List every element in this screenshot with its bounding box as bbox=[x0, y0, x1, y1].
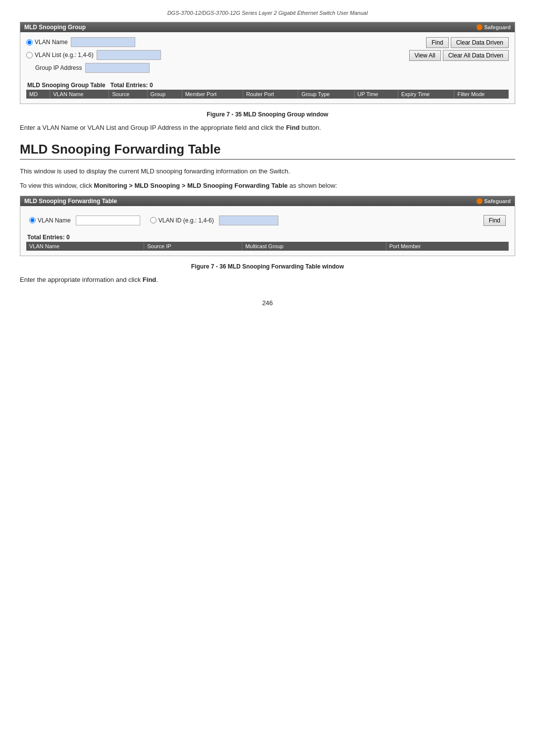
vlan-name-radio-label: VLAN Name bbox=[26, 39, 68, 46]
col-group-type: Group Type bbox=[298, 90, 354, 99]
page-number: 246 bbox=[20, 299, 515, 307]
table-section: MLD Snooping Group Table Total Entries: … bbox=[26, 80, 509, 99]
fwd-col-source-ip: Source IP bbox=[144, 242, 242, 251]
buttons-row-1: Find Clear Data Driven bbox=[426, 37, 509, 48]
clear-all-data-driven-button[interactable]: Clear All Data Driven bbox=[443, 50, 509, 61]
col-group: Group bbox=[147, 90, 182, 99]
figure36-caption: Figure 7 - 36 MLD Snooping Forwarding Ta… bbox=[20, 263, 515, 270]
body-text-4: Enter the appropriate information and cl… bbox=[20, 275, 515, 285]
vlan-list-input[interactable] bbox=[97, 50, 161, 60]
table-header-row: MD VLAN Name Source Group Member Port Ro… bbox=[26, 90, 509, 99]
buttons-row-2: View All Clear All Data Driven bbox=[409, 50, 509, 61]
fwd-vlan-id-radio[interactable] bbox=[150, 217, 157, 223]
fwd-table-header-row: VLAN Name Source IP Multicast Group Port… bbox=[26, 242, 509, 251]
buttons-group: Find Clear Data Driven View All Clear Al… bbox=[409, 37, 509, 61]
panel-form-area: VLAN Name VLAN List (e.g.: 1,4-6) Group … bbox=[26, 37, 509, 76]
safeguard-label-group: Safeguard bbox=[477, 24, 511, 30]
vlan-name-row: VLAN Name bbox=[26, 37, 409, 47]
fwd-col-multicast-group: Multicast Group bbox=[242, 242, 386, 251]
group-ip-input[interactable] bbox=[85, 63, 150, 73]
panel-body-mld-group: VLAN Name VLAN List (e.g.: 1,4-6) Group … bbox=[20, 32, 515, 104]
section-heading: MLD Snooping Forwarding Table bbox=[20, 142, 515, 160]
fwd-form-row: VLAN Name VLAN ID (e.g.: 1,4-6) Find bbox=[26, 211, 509, 230]
panel-body-mld-fwd: VLAN Name VLAN ID (e.g.: 1,4-6) Find Tot… bbox=[20, 206, 515, 256]
total-entries-row: MLD Snooping Group Table Total Entries: … bbox=[26, 80, 509, 90]
fwd-col-port-member: Port Member bbox=[386, 242, 508, 251]
fwd-vlan-name-input[interactable] bbox=[76, 216, 140, 225]
clear-data-driven-button[interactable]: Clear Data Driven bbox=[451, 37, 509, 48]
panel-title-mld-group: MLD Snooping Group bbox=[24, 24, 86, 31]
mld-forwarding-panel: MLD Snooping Forwarding Table Safeguard … bbox=[20, 196, 515, 256]
vlan-name-radio[interactable] bbox=[26, 39, 33, 46]
form-fields: VLAN Name VLAN List (e.g.: 1,4-6) Group … bbox=[26, 37, 409, 76]
body-text-2: This window is used to display the curre… bbox=[20, 166, 515, 176]
group-ip-label: Group IP Address bbox=[26, 64, 82, 71]
figure35-caption: Figure 7 - 35 MLD Snooping Group window bbox=[20, 111, 515, 118]
mld-group-table: MD VLAN Name Source Group Member Port Ro… bbox=[26, 90, 509, 99]
col-source: Source bbox=[109, 90, 147, 99]
fwd-col-vlan-name: VLAN Name bbox=[26, 242, 144, 251]
fwd-vlan-name-radio[interactable] bbox=[29, 217, 36, 223]
body-text-3: To view this window, click Monitoring > … bbox=[20, 181, 515, 191]
vlan-list-row: VLAN List (e.g.: 1,4-6) bbox=[26, 50, 409, 60]
col-filter-mode: Filter Mode bbox=[454, 90, 509, 99]
fwd-total-entries-row: Total Entries: 0 bbox=[26, 232, 509, 242]
safeguard-icon-fwd bbox=[477, 198, 482, 204]
col-md: MD bbox=[26, 90, 50, 99]
fwd-vlan-id-label: VLAN ID (e.g.: 1,4-6) bbox=[150, 217, 214, 224]
vlan-list-radio[interactable] bbox=[26, 52, 33, 58]
view-all-button[interactable]: View All bbox=[409, 50, 441, 61]
vlan-name-input[interactable] bbox=[71, 37, 135, 47]
col-router-port: Router Port bbox=[243, 90, 298, 99]
fwd-table-section: Total Entries: 0 VLAN Name Source IP Mul… bbox=[26, 232, 509, 251]
group-ip-row: Group IP Address bbox=[26, 63, 409, 73]
safeguard-label-fwd: Safeguard bbox=[477, 198, 511, 204]
fwd-vlan-id-input[interactable] bbox=[219, 216, 278, 225]
find-button[interactable]: Find bbox=[426, 37, 448, 48]
mld-snooping-group-panel: MLD Snooping Group Safeguard VLAN Name bbox=[20, 22, 515, 104]
panel-title-mld-fwd: MLD Snooping Forwarding Table bbox=[24, 198, 117, 205]
body-text-1: Enter a VLAN Name or VLAN List and Group… bbox=[20, 123, 515, 133]
col-vlan-name: VLAN Name bbox=[50, 90, 109, 99]
mld-forwarding-table: VLAN Name Source IP Multicast Group Port… bbox=[26, 242, 509, 251]
col-member-port: Member Port bbox=[182, 90, 243, 99]
col-expiry-time: Expiry Time bbox=[398, 90, 454, 99]
fwd-vlan-name-label: VLAN Name bbox=[29, 217, 71, 224]
safeguard-icon-group bbox=[477, 24, 482, 30]
panel-header-mld-fwd: MLD Snooping Forwarding Table Safeguard bbox=[20, 196, 515, 206]
fwd-find-button[interactable]: Find bbox=[483, 215, 506, 226]
panel-header-mld-group: MLD Snooping Group Safeguard bbox=[20, 22, 515, 32]
doc-title: DGS-3700-12/DGS-3700-12G Series Layer 2 … bbox=[20, 10, 515, 16]
vlan-list-radio-label: VLAN List (e.g.: 1,4-6) bbox=[26, 52, 94, 58]
col-up-time: UP Time bbox=[354, 90, 398, 99]
